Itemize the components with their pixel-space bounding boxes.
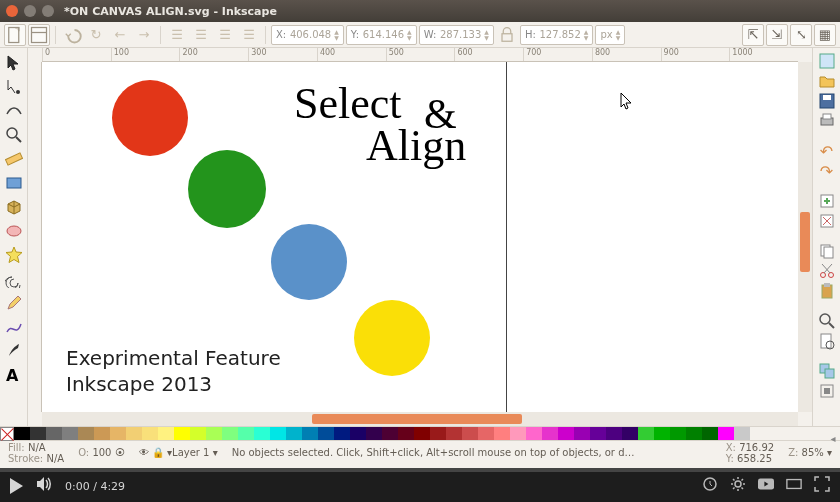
affect-gradient-icon[interactable]: ⤡ xyxy=(790,24,812,46)
print-icon[interactable] xyxy=(816,112,838,130)
color-swatch[interactable] xyxy=(670,427,686,440)
new-doc-icon[interactable] xyxy=(4,24,26,46)
color-swatch[interactable] xyxy=(590,427,606,440)
color-swatch[interactable] xyxy=(542,427,558,440)
no-fill-swatch[interactable] xyxy=(0,427,14,441)
color-swatch[interactable] xyxy=(622,427,638,440)
clone-icon[interactable] xyxy=(816,382,838,400)
redo-icon[interactable]: ↻ xyxy=(85,24,107,46)
color-swatch[interactable] xyxy=(718,427,734,440)
paste-icon[interactable] xyxy=(816,282,838,300)
fullscreen-icon[interactable] xyxy=(814,476,830,496)
open-file-icon[interactable] xyxy=(816,72,838,90)
color-swatch[interactable] xyxy=(46,427,62,440)
spiral-tool-icon[interactable] xyxy=(3,268,25,290)
cut-icon[interactable] xyxy=(816,262,838,280)
color-swatch[interactable] xyxy=(126,427,142,440)
open-doc-icon[interactable] xyxy=(28,24,50,46)
watch-later-icon[interactable] xyxy=(702,476,718,496)
color-swatch[interactable] xyxy=(606,427,622,440)
color-palette[interactable]: ◂ xyxy=(0,426,840,440)
text-tool-icon[interactable]: A xyxy=(3,364,25,386)
align-left-icon[interactable]: ☰ xyxy=(190,24,212,46)
color-swatch[interactable] xyxy=(94,427,110,440)
selector-tool-icon[interactable] xyxy=(3,52,25,74)
color-swatch[interactable] xyxy=(190,427,206,440)
color-swatch[interactable] xyxy=(366,427,382,440)
align-list-icon[interactable]: ☰ xyxy=(166,24,188,46)
color-swatch[interactable] xyxy=(382,427,398,440)
color-swatch[interactable] xyxy=(238,427,254,440)
color-swatch[interactable] xyxy=(110,427,126,440)
color-swatch[interactable] xyxy=(574,427,590,440)
layer-select[interactable]: 👁 🔒 ▾Layer 1 ▾ xyxy=(135,446,222,459)
maximize-icon[interactable] xyxy=(42,5,54,17)
redo2-icon[interactable]: ↷ xyxy=(816,162,838,180)
color-swatch[interactable] xyxy=(494,427,510,440)
vertical-scrollbar[interactable] xyxy=(798,62,812,412)
volume-icon[interactable] xyxy=(35,475,53,497)
color-swatch[interactable] xyxy=(206,427,222,440)
color-swatch[interactable] xyxy=(558,427,574,440)
color-swatch[interactable] xyxy=(462,427,478,440)
opacity-field[interactable]: O: 100 ⦿ xyxy=(74,446,129,459)
color-swatch[interactable] xyxy=(14,427,30,440)
minimize-icon[interactable] xyxy=(24,5,36,17)
color-swatch[interactable] xyxy=(30,427,46,440)
back-icon[interactable]: ← xyxy=(109,24,131,46)
undo-icon[interactable] xyxy=(61,24,83,46)
color-swatch[interactable] xyxy=(174,427,190,440)
unit-select[interactable]: px▲▼ xyxy=(595,25,625,45)
theater-icon[interactable] xyxy=(786,476,802,496)
bezier-tool-icon[interactable] xyxy=(3,316,25,338)
affect-pattern-icon[interactable]: ▦ xyxy=(814,24,836,46)
y-field[interactable]: Y:614.146▲▼ xyxy=(346,25,417,45)
star-tool-icon[interactable] xyxy=(3,244,25,266)
color-swatch[interactable] xyxy=(254,427,270,440)
undo2-icon[interactable]: ↶ xyxy=(816,142,838,160)
import-icon[interactable] xyxy=(816,192,838,210)
play-icon[interactable] xyxy=(10,478,23,494)
w-field[interactable]: W:287.133▲▼ xyxy=(419,25,494,45)
color-swatch[interactable] xyxy=(270,427,286,440)
align-center-icon[interactable]: ☰ xyxy=(214,24,236,46)
ellipse-tool-icon[interactable] xyxy=(3,220,25,242)
color-swatch[interactable] xyxy=(686,427,702,440)
export-icon[interactable] xyxy=(816,212,838,230)
red-circle[interactable] xyxy=(112,80,188,156)
color-swatch[interactable] xyxy=(702,427,718,440)
x-field[interactable]: X:406.048▲▼ xyxy=(271,25,344,45)
color-swatch[interactable] xyxy=(638,427,654,440)
color-swatch[interactable] xyxy=(334,427,350,440)
color-swatch[interactable] xyxy=(510,427,526,440)
save-icon[interactable] xyxy=(816,92,838,110)
canvas[interactable]: Select & Align Exeprimental Feature Inks… xyxy=(42,62,798,412)
footer-line2[interactable]: Inkscape 2013 xyxy=(66,372,212,396)
snap-enable-icon[interactable] xyxy=(816,52,838,70)
color-swatch[interactable] xyxy=(302,427,318,440)
tweak-tool-icon[interactable] xyxy=(3,100,25,122)
duplicate-icon[interactable] xyxy=(816,362,838,380)
settings-icon[interactable] xyxy=(730,476,746,496)
video-progress[interactable] xyxy=(0,468,840,472)
color-swatch[interactable] xyxy=(654,427,670,440)
measure-tool-icon[interactable] xyxy=(3,148,25,170)
close-icon[interactable] xyxy=(6,5,18,17)
canvas-area[interactable]: 01002003004005006007008009001000 Select … xyxy=(28,48,812,426)
color-swatch[interactable] xyxy=(350,427,366,440)
color-swatch[interactable] xyxy=(734,427,750,440)
h-field[interactable]: H:127.852▲▼ xyxy=(520,25,594,45)
color-swatch[interactable] xyxy=(62,427,78,440)
zoom-tool-icon[interactable] xyxy=(3,124,25,146)
pencil-tool-icon[interactable] xyxy=(3,292,25,314)
title-text-align[interactable]: Align xyxy=(366,120,466,171)
rect-tool-icon[interactable] xyxy=(3,172,25,194)
color-swatch[interactable] xyxy=(398,427,414,440)
node-tool-icon[interactable] xyxy=(3,76,25,98)
footer-line1[interactable]: Exeprimental Feature xyxy=(66,346,281,370)
horizontal-scrollbar[interactable] xyxy=(42,412,798,426)
align-right-icon[interactable]: ☰ xyxy=(238,24,260,46)
color-swatch[interactable] xyxy=(318,427,334,440)
lock-aspect-icon[interactable] xyxy=(496,24,518,46)
color-swatch[interactable] xyxy=(526,427,542,440)
